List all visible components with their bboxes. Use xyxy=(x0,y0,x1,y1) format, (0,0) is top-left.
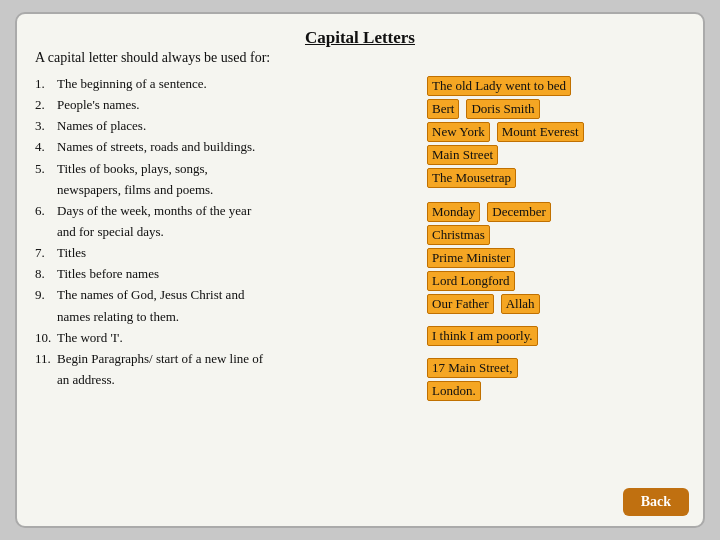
list-number: 11. xyxy=(35,349,57,369)
list-text: The names of God, Jesus Christ and xyxy=(57,285,244,305)
list-item: 2.People's names. xyxy=(35,95,415,115)
list-item: and for special days. xyxy=(35,222,415,242)
list-text: Names of places. xyxy=(57,116,146,136)
content-area: 1.The beginning of a sentence.2.People's… xyxy=(35,74,685,403)
example-sentence: The old Lady went to bed xyxy=(427,76,571,96)
list-text: The word 'I'. xyxy=(57,328,123,348)
list-number: 8. xyxy=(35,264,57,284)
list-number: 7. xyxy=(35,243,57,263)
list-text: an address. xyxy=(57,370,115,390)
example-i-think: I think I am poorly. xyxy=(427,326,538,346)
example-row-7: Christmas xyxy=(425,224,685,246)
example-newyork: New York xyxy=(427,122,490,142)
list-item: 10.The word 'I'. xyxy=(35,328,415,348)
example-prime-minister: Prime Minister xyxy=(427,248,515,268)
left-column: 1.The beginning of a sentence.2.People's… xyxy=(35,74,415,403)
spacer-3: 17 Main Street, London. xyxy=(425,356,685,403)
example-our-father: Our Father xyxy=(427,294,494,314)
list-number: 5. xyxy=(35,159,57,179)
spacer-2: I think I am poorly. xyxy=(425,324,685,348)
list-item: 3.Names of places. xyxy=(35,116,415,136)
list-number: 10. xyxy=(35,328,57,348)
list-text: Titles xyxy=(57,243,86,263)
list-item: 6.Days of the week, months of the year xyxy=(35,201,415,221)
list-text: Titles of books, plays, songs, xyxy=(57,159,208,179)
list-number: 2. xyxy=(35,95,57,115)
list-item: names relating to them. xyxy=(35,307,415,327)
list-item: 11.Begin Paragraphs/ start of a new line… xyxy=(35,349,415,369)
example-row-6: Monday December xyxy=(425,201,685,223)
example-monday: Monday xyxy=(427,202,480,222)
list-item: 1.The beginning of a sentence. xyxy=(35,74,415,94)
list-text: People's names. xyxy=(57,95,140,115)
back-button[interactable]: Back xyxy=(623,488,689,516)
example-address-1: 17 Main Street, xyxy=(427,358,518,378)
list-text: Days of the week, months of the year xyxy=(57,201,251,221)
spacer-1: Monday December Christmas Prime Minister… xyxy=(425,200,685,316)
right-column: The old Lady went to bed Bert Doris Smit… xyxy=(425,74,685,403)
example-row-2: Bert Doris Smith xyxy=(425,98,685,120)
example-everest: Mount Everest xyxy=(497,122,584,142)
list-item: an address. xyxy=(35,370,415,390)
page-subtitle: A capital letter should always be used f… xyxy=(35,50,685,66)
example-row-3: New York Mount Everest xyxy=(425,121,685,143)
example-group-1: The old Lady went to bed Bert Doris Smit… xyxy=(425,74,685,190)
list-number: 9. xyxy=(35,285,57,305)
example-row-12: 17 Main Street, xyxy=(425,357,685,379)
main-card: Capital Letters A capital letter should … xyxy=(15,12,705,528)
list-text: Begin Paragraphs/ start of a new line of xyxy=(57,349,263,369)
list-item: 5.Titles of books, plays, songs, xyxy=(35,159,415,179)
example-mainstreet: Main Street xyxy=(427,145,498,165)
list-text: The beginning of a sentence. xyxy=(57,74,207,94)
example-bert: Bert xyxy=(427,99,459,119)
list-number: 3. xyxy=(35,116,57,136)
list-item: 9.The names of God, Jesus Christ and xyxy=(35,285,415,305)
example-row-8: Prime Minister xyxy=(425,247,685,269)
list-item: 7.Titles xyxy=(35,243,415,263)
list-text: names relating to them. xyxy=(57,307,179,327)
example-address-2: London. xyxy=(427,381,481,401)
list-item: 8.Titles before names xyxy=(35,264,415,284)
example-row-1: The old Lady went to bed xyxy=(425,75,685,97)
list-text: newspapers, films and poems. xyxy=(57,180,213,200)
list-item: 4.Names of streets, roads and buildings. xyxy=(35,137,415,157)
example-row-9: Lord Longford xyxy=(425,270,685,292)
example-mousetrap: The Mousetrap xyxy=(427,168,516,188)
example-row-11: I think I am poorly. xyxy=(425,325,685,347)
list-text: Names of streets, roads and buildings. xyxy=(57,137,255,157)
list-text: and for special days. xyxy=(57,222,164,242)
example-row-4: Main Street xyxy=(425,144,685,166)
example-christmas: Christmas xyxy=(427,225,490,245)
example-row-5: The Mousetrap xyxy=(425,167,685,189)
list-number: 4. xyxy=(35,137,57,157)
example-december: December xyxy=(487,202,550,222)
example-lord-longford: Lord Longford xyxy=(427,271,515,291)
list-item: newspapers, films and poems. xyxy=(35,180,415,200)
list-number: 6. xyxy=(35,201,57,221)
page-title: Capital Letters xyxy=(35,28,685,48)
list-text: Titles before names xyxy=(57,264,159,284)
example-doris: Doris Smith xyxy=(466,99,539,119)
example-row-13: London. xyxy=(425,380,685,402)
example-allah: Allah xyxy=(501,294,540,314)
list-number: 1. xyxy=(35,74,57,94)
example-row-10: Our Father Allah xyxy=(425,293,685,315)
